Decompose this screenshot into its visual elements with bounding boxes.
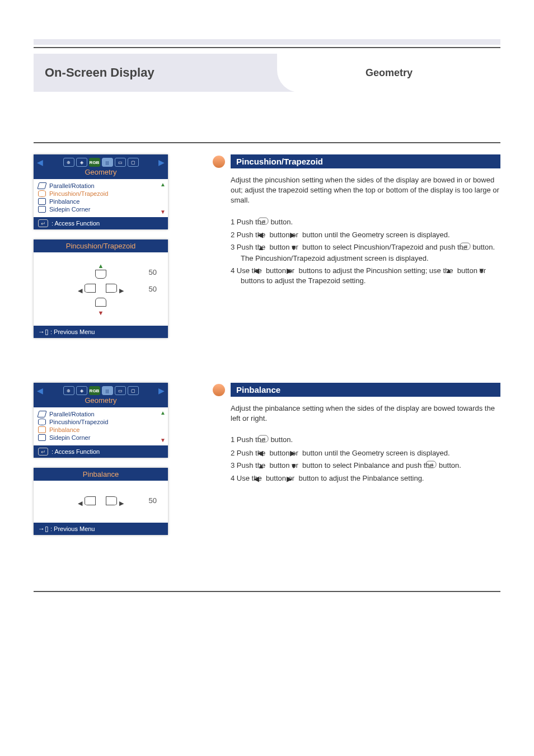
enter-button-icon — [425, 461, 437, 468]
trapezoid-up-icon — [95, 270, 106, 279]
bars-icon: ||| — [102, 386, 113, 395]
step-4: 4 Use the ◀ button or ▶ button to adjust… — [231, 473, 500, 484]
page-subtitle-tab: Geometry — [277, 53, 501, 92]
menu-item-sidepin-corner: Sidepin Corner — [38, 434, 163, 441]
svg-rect-2 — [258, 435, 268, 442]
menu-item-label: Sidepin Corner — [49, 206, 90, 213]
pincushion-icon — [38, 190, 46, 197]
page-subtitle: Geometry — [366, 67, 413, 79]
step-4: 4 Use the ◀ button or ▶ buttons to adjus… — [231, 266, 500, 287]
scroll-down-icon: ▼ — [160, 437, 166, 443]
osd-pincushion-adjust: Pincushion/Trapezoid ▲ 50 ◀ ▶ 50 — [34, 240, 168, 338]
osd-pinbalance-adjust: Pinbalance ◀ ▶ 50 →▯ : Previous Menu — [34, 468, 168, 535]
svg-rect-3 — [426, 461, 436, 468]
trapezoid-value: 50 — [149, 285, 157, 293]
focus-icon: ◈ — [76, 386, 87, 395]
left-arrow-icon: ◀ — [78, 500, 82, 506]
step-text: button until the Geometry screen is disp… — [300, 449, 449, 457]
section-heading: Pincushion/Trapezoid — [231, 154, 500, 168]
step-1: 1 Push the button. — [231, 435, 500, 445]
previous-menu-label: : Previous Menu — [50, 525, 95, 532]
page-icon: ▭ — [115, 386, 126, 395]
focus-icon: ◈ — [76, 158, 87, 167]
access-function-label: : Access Function — [51, 448, 100, 455]
adjust-title: Pinbalance — [34, 468, 168, 481]
step-text: button until the Geometry screen is disp… — [300, 231, 449, 239]
osd-menu-title: Geometry — [37, 168, 165, 176]
osd-geometry-menu-pinbalance: ◀ ⊕ ◈ RGB ||| ▭ ▢ ▶ Geometry — [34, 383, 168, 458]
step-text: button to select Pincushion/Trapezoid an… — [300, 243, 469, 251]
access-function-label: : Access Function — [51, 220, 100, 227]
menu-item-label: Parallel/Rotation — [49, 411, 95, 417]
section-description: Adjust the pincushion setting when the s… — [231, 175, 500, 206]
screen-icon: ▢ — [128, 158, 139, 167]
section-heading: Pinbalance — [231, 383, 500, 397]
menu-item-pinbalance: Pinbalance — [38, 426, 163, 433]
left-arrow-icon: ◀ — [37, 386, 43, 395]
divider — [34, 142, 500, 143]
exit-icon: →▯ — [38, 525, 47, 533]
step-text: button. — [269, 435, 293, 444]
step-text: button. — [269, 218, 293, 226]
menu-item-parallel-rotation: Parallel/Rotation — [38, 182, 163, 189]
scroll-down-icon: ▼ — [160, 209, 166, 215]
svg-rect-0 — [258, 218, 268, 224]
trapezoid-down-icon — [95, 298, 106, 307]
adjust-footer: →▯ : Previous Menu — [34, 523, 168, 535]
pinbalance-left-icon — [85, 496, 96, 505]
sidepin-icon — [38, 434, 46, 441]
menu-item-pinbalance: Pinbalance — [38, 198, 163, 205]
bars-icon: ||| — [102, 158, 113, 167]
scroll-up-icon: ▲ — [160, 181, 166, 187]
position-icon: ⊕ — [63, 386, 74, 395]
menu-item-label: Pincushion/Trapezoid — [49, 419, 108, 425]
trapezoid-vertical-control-bottom: ▼ — [39, 298, 162, 317]
pinbalance-right-icon — [106, 496, 117, 505]
right-arrow-icon: ▶ — [158, 158, 165, 167]
menu-item-pincushion-trapezoid: Pincushion/Trapezoid — [38, 190, 163, 197]
menu-item-pincushion-trapezoid: Pincushion/Trapezoid — [38, 419, 163, 425]
step-3: 3 Push the ▲ button or ▼ button to selec… — [231, 461, 500, 471]
bullet-dot-icon — [213, 384, 225, 396]
step-text: button. — [437, 461, 461, 469]
parallel-icon — [37, 182, 46, 189]
right-arrow-icon: ▶ — [158, 386, 165, 395]
scroll-up-icon: ▲ — [160, 410, 166, 416]
screen-icon: ▢ — [128, 386, 139, 395]
step-text: buttons to adjust the Pincushion setting… — [297, 266, 455, 275]
divider — [34, 47, 500, 48]
pinbalance-icon — [38, 198, 46, 205]
enter-icon: ↵ — [38, 448, 48, 456]
step-text: button to adjust the Pinbalance setting. — [297, 474, 424, 482]
step-3: 3 Push the ▲ button or ▼ button to selec… — [231, 242, 500, 263]
section-description: Adjust the pinbalance setting when the s… — [231, 403, 500, 424]
adjust-footer: →▯ : Previous Menu — [34, 326, 168, 338]
exit-icon: →▯ — [38, 328, 47, 336]
left-arrow-icon: ◀ — [78, 287, 82, 294]
step-2: 2 Push the ◀ button or ▶ button until th… — [231, 230, 500, 241]
step-text: buttons to adjust the Trapezoid setting. — [241, 276, 366, 285]
menu-item-label: Sidepin Corner — [49, 434, 90, 441]
section-pincushion-trapezoid: ◀ ⊕ ◈ RGB ||| ▭ ▢ ▶ Geometry — [34, 154, 500, 338]
pincushion-right-icon — [106, 284, 117, 293]
pinbalance-value: 50 — [149, 496, 157, 505]
pincushion-icon — [38, 419, 46, 425]
decorative-top-bar — [34, 39, 500, 45]
pinbalance-icon — [38, 426, 46, 433]
enter-button-icon — [460, 242, 471, 250]
menu-item-label: Pinbalance — [49, 198, 79, 205]
position-icon: ⊕ — [63, 158, 74, 167]
enter-icon: ↵ — [38, 219, 48, 227]
right-arrow-icon: ▶ — [119, 287, 124, 294]
page-icon: ▭ — [115, 158, 126, 167]
enter-button-icon — [257, 435, 269, 443]
enter-button-icon — [257, 217, 269, 225]
step-text: button to select Pinbalance and push the — [300, 461, 435, 469]
page-title: On-Screen Display — [45, 65, 154, 80]
menu-item-parallel-rotation: Parallel/Rotation — [38, 411, 163, 417]
menu-item-sidepin-corner: Sidepin Corner — [38, 206, 163, 213]
menu-item-label: Pincushion/Trapezoid — [49, 190, 108, 197]
up-arrow-icon: ▲ — [98, 262, 104, 269]
pincushion-left-icon — [85, 284, 96, 293]
section-pinbalance: ◀ ⊕ ◈ RGB ||| ▭ ▢ ▶ Geometry — [34, 383, 500, 535]
